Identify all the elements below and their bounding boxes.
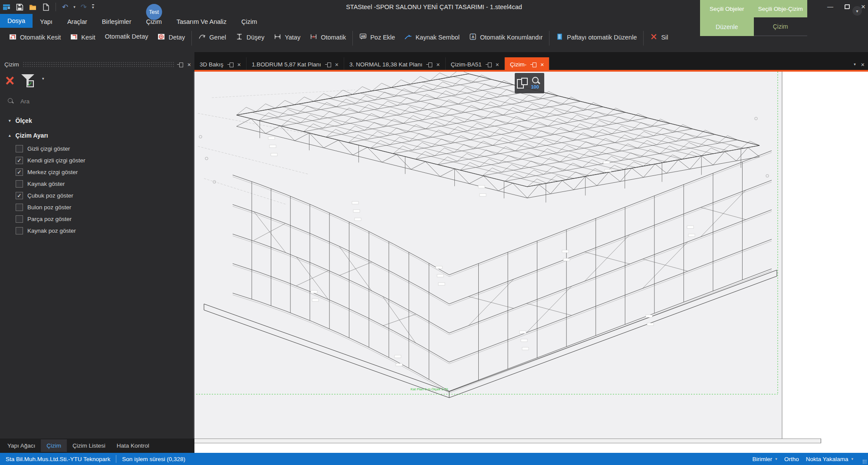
restore-button[interactable] [845,4,850,9]
tab-close-icon[interactable]: × [335,62,339,68]
clear-filter-icon[interactable]: × [5,73,14,89]
toolbar-button-label: Otomatik Konumlandır [480,34,542,41]
toolbar-button-yatay[interactable]: Yatay [269,31,305,44]
menu-tab-cizim-2[interactable]: Çizim [234,14,264,28]
toolbar-button-otomatik-konumlandir[interactable]: AOtomatik Konumlandır [464,31,547,44]
panel-pin-icon[interactable] [177,63,183,67]
checkbox-row-gizli-cizgi-goster[interactable]: Gizli çizgi göster [0,143,193,155]
svg-text:A: A [312,35,315,39]
tab-pin-icon[interactable] [530,63,536,67]
section-label: Çizim Ayarı [16,132,48,139]
bottom-tab-hata-kontrol[interactable]: Hata Kontrol [111,439,155,452]
panel-bottom-tabs: Yapı AğacıÇizimÇizim ListesiHata Kontrol [0,439,194,453]
delete-icon [650,33,658,42]
checkbox-unchecked[interactable] [16,227,23,234]
panel-close-icon[interactable]: × [187,62,191,68]
tabstrip-close-icon[interactable]: × [861,62,865,68]
horizontal-scrollbar[interactable] [194,439,821,443]
toolbar-button-kesit[interactable]: Kesit [66,31,100,44]
checkbox-row-kaynak-poz-goster[interactable]: Kaynak poz göster [0,225,193,237]
checkbox-checked[interactable]: ✓ [16,157,23,164]
tab-pin-icon[interactable] [426,63,432,67]
zoom-tool[interactable]: 100 [531,77,542,90]
tab-pin-icon[interactable] [486,63,492,67]
checkbox-checked[interactable]: ✓ [16,192,23,199]
undo-dropdown-caret[interactable]: ▾ [73,5,76,9]
toolbar-button-label: Otomatik Kesit [20,34,61,41]
checkbox-label: Kaynak göster [27,181,65,187]
section-header-olcek[interactable]: ▾Ölçek [0,113,193,128]
bottom-tab-yapi-agaci[interactable]: Yapı Ağacı [2,439,41,452]
checkbox-row-kaynak-goster[interactable]: Kaynak göster [0,178,193,190]
checkbox-checked[interactable]: ✓ [16,168,23,176]
context-tab-cizim[interactable]: Çizim [754,17,808,36]
checkbox-unchecked[interactable] [16,204,23,211]
menu-tab-birlesimler[interactable]: Birleşimler [95,14,139,28]
new-document-button[interactable] [42,3,49,11]
menu-tab-yapi[interactable]: Yapı [33,14,60,28]
search-input[interactable] [20,98,163,105]
svg-text:A: A [10,36,13,39]
search-row [0,94,193,108]
context-group-secili-obje-cizim[interactable]: Seçili Obje-Çizim [754,0,808,17]
toolbar-button-dusey[interactable]: Düşey [231,31,269,44]
chevron-down-icon: ▾ [9,119,11,123]
checkbox-label: Gizli çizgi göster [27,145,70,152]
toolbar-button-otomatik-kesit[interactable]: AOtomatik Kesit [4,31,66,44]
menu-tab-cizim[interactable]: TestÇizim [138,14,169,28]
status-text-1: Son işlem süresi (0,328) [116,453,191,465]
contextual-tab-group: Seçili Objeler Seçili Obje-Çizim Düzenle… [700,0,807,36]
tab-pin-icon[interactable] [325,63,331,67]
checkbox-unchecked[interactable] [16,145,23,152]
drawing-canvas[interactable]: 100 Kat Plan 0 m Ölçek 1:70 [194,72,868,439]
toolbar-button-sil[interactable]: Sil [645,31,673,44]
filter-icon[interactable]: ✓ [20,73,36,90]
filter-dropdown-caret[interactable]: ▾ [42,77,44,81]
toolbar-button-paftayi-otomatik-duzenle[interactable]: Paftayı otomatik Düzenle [551,31,641,44]
checkbox-row-kendi-gizli-cizgi-goster[interactable]: ✓Kendi gizli çizgi göster [0,155,193,166]
menu-tab-dosya[interactable]: Dosya [0,14,33,28]
toolbar-button-genel[interactable]: Genel [194,31,231,44]
open-button[interactable] [29,3,36,11]
redo-button[interactable]: ↷ [81,3,87,11]
status-toggle-ortho[interactable]: Ortho [784,456,799,462]
undo-button[interactable]: ↶ [62,3,68,11]
checkbox-row-bulon-poz-goster[interactable]: Bulon poz göster [0,201,193,213]
checkbox-unchecked[interactable] [16,215,23,223]
tab-close-icon[interactable]: × [237,62,241,68]
sheet-layout-icon[interactable] [517,78,527,89]
tab-close-icon[interactable]: × [540,62,544,68]
minimize-button[interactable]: — [827,3,833,10]
checkbox-row-parca-poz-goster[interactable]: Parça poz göster [0,213,193,225]
tab-list-dropdown-icon[interactable]: ▾ [854,63,856,66]
toolbar-button-poz-ekle[interactable]: ABPoz Ekle [355,31,400,44]
toolbar-separator [352,31,353,46]
checkbox-label: Kendi gizli çizgi göster [27,157,85,164]
bottom-tab-cizim[interactable]: Çizim [41,439,67,452]
status-toggle-birimler[interactable]: Birimler▾ [753,456,777,462]
status-text-0: Sta Bil.Muh.Mus.Ltd.Sti.-YTU Teknopark [0,453,116,465]
checkbox-row-merkez-cizgi-goster[interactable]: ✓Merkez çizgi göster [0,166,193,178]
context-group-secili-objeler[interactable]: Seçili Objeler [700,0,754,17]
toolbar-button-otomatik[interactable]: AOtomatik [305,31,351,44]
bottom-tab-cizim-listesi[interactable]: Çizim Listesi [67,439,111,452]
menu-tab-araclar[interactable]: Araçlar [60,14,95,28]
checkbox-row-cubuk-poz-goster[interactable]: ✓Çubuk poz göster [0,190,193,201]
tab-pin-icon[interactable] [227,63,233,67]
general-icon [198,33,206,42]
menu-tab-tasarim-ve-analiz[interactable]: Tasarım Ve Analiz [169,14,234,28]
toolbar-button-detay[interactable]: Detay [153,31,190,44]
toolbar-separator [643,31,644,46]
context-tab-duzenle[interactable]: Düzenle [700,17,754,36]
section-header-cizim-ayari[interactable]: ▴Çizim Ayarı [0,128,193,143]
toolbar-button-kaynak-sembol[interactable]: Kaynak Sembol [400,31,464,44]
toolbar-button-otomatik-detay[interactable]: Otomatik Detay [100,31,153,42]
resize-grip-icon[interactable] [862,459,867,464]
close-button[interactable]: × [861,3,865,10]
status-toggle-nokta-yakalama[interactable]: Nokta Yakalama▾ [806,456,853,462]
tab-close-icon[interactable]: × [436,62,440,68]
save-button[interactable] [16,3,23,11]
customize-toolbar-button[interactable]: ▾ [92,4,94,10]
tab-close-icon[interactable]: × [496,62,499,68]
checkbox-unchecked[interactable] [16,180,23,188]
